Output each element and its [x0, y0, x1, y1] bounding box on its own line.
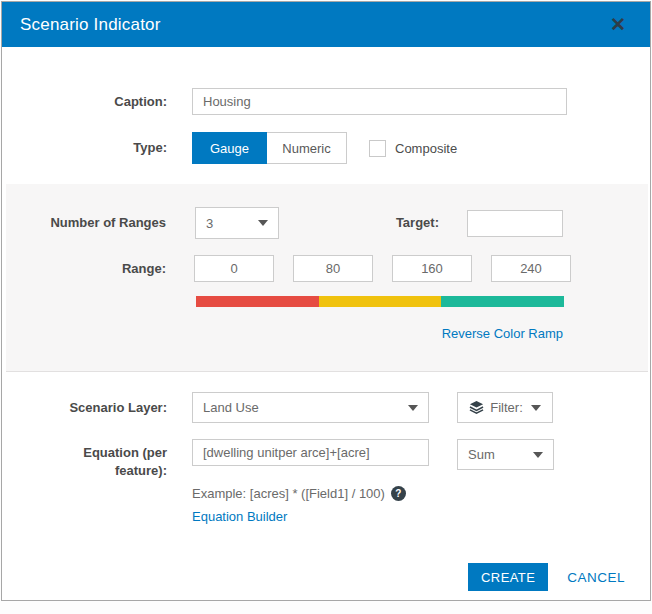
reverse-color-ramp-row: Reverse Color Ramp	[6, 324, 563, 342]
range-row: Range:	[6, 255, 648, 282]
equation-row: Equation (per feature): Sum	[2, 439, 650, 479]
scenario-layer-row: Scenario Layer: Land Use Filter:	[2, 392, 650, 423]
color-ramp	[196, 296, 564, 307]
equation-label: Equation (per feature):	[2, 439, 167, 479]
chevron-down-icon	[531, 405, 541, 411]
equation-builder-link[interactable]: Equation Builder	[192, 509, 287, 524]
ranges-panel: Number of Ranges 3 Target: Range: Revers…	[6, 184, 648, 372]
range-input-3[interactable]	[392, 255, 472, 282]
aggregation-value: Sum	[468, 447, 495, 462]
cancel-button[interactable]: CANCEL	[567, 570, 625, 585]
close-icon[interactable]: ✕	[604, 13, 632, 36]
dialog-title: Scenario Indicator	[20, 15, 161, 35]
range-input-2[interactable]	[293, 255, 373, 282]
scenario-indicator-dialog: Scenario Indicator ✕ Caption: Type: Gaug…	[1, 1, 651, 601]
equation-example-row: Example: [acres] * ([Field1] / 100) ?	[192, 486, 650, 501]
range-input-1[interactable]	[194, 255, 274, 282]
scenario-layer-label: Scenario Layer:	[2, 399, 167, 417]
scenario-layer-value: Land Use	[203, 400, 259, 415]
dialog-footer: CREATE CANCEL	[468, 563, 625, 591]
composite-label: Composite	[395, 141, 457, 156]
range-input-4[interactable]	[491, 255, 571, 282]
dialog-header: Scenario Indicator ✕	[2, 2, 650, 47]
composite-checkbox[interactable]	[369, 140, 386, 157]
aggregation-select[interactable]: Sum	[457, 439, 554, 470]
help-icon[interactable]: ?	[391, 486, 406, 501]
create-button[interactable]: CREATE	[468, 563, 548, 591]
equation-builder-row: Equation Builder	[192, 507, 650, 525]
filter-button[interactable]: Filter:	[457, 392, 553, 423]
type-label: Type:	[2, 139, 167, 157]
chevron-down-icon	[533, 452, 543, 458]
type-option-gauge[interactable]: Gauge	[192, 132, 267, 164]
type-segmented-control: Gauge Numeric	[192, 132, 347, 164]
caption-input[interactable]	[192, 88, 567, 115]
equation-input[interactable]	[192, 439, 429, 466]
number-of-ranges-row: Number of Ranges 3 Target:	[6, 207, 648, 239]
type-option-numeric[interactable]: Numeric	[267, 132, 347, 164]
number-of-ranges-label: Number of Ranges	[6, 214, 166, 232]
range-label: Range:	[6, 260, 166, 278]
caption-label: Caption:	[2, 93, 167, 111]
scenario-layer-select[interactable]: Land Use	[192, 392, 429, 423]
ramp-segment-green	[441, 296, 564, 307]
chevron-down-icon	[408, 405, 418, 411]
target-input[interactable]	[467, 210, 563, 237]
filter-label: Filter:	[490, 400, 523, 415]
ramp-segment-red	[196, 296, 319, 307]
ramp-segment-yellow	[319, 296, 442, 307]
type-row: Type: Gauge Numeric Composite	[2, 132, 650, 164]
reverse-color-ramp-link[interactable]: Reverse Color Ramp	[442, 326, 563, 341]
layers-icon	[469, 400, 484, 415]
caption-row: Caption:	[2, 88, 650, 115]
number-of-ranges-select[interactable]: 3	[195, 207, 279, 239]
chevron-down-icon	[258, 220, 268, 226]
equation-example-text: Example: [acres] * ([Field1] / 100)	[192, 486, 385, 501]
target-label: Target:	[279, 214, 439, 232]
number-of-ranges-value: 3	[206, 216, 213, 231]
